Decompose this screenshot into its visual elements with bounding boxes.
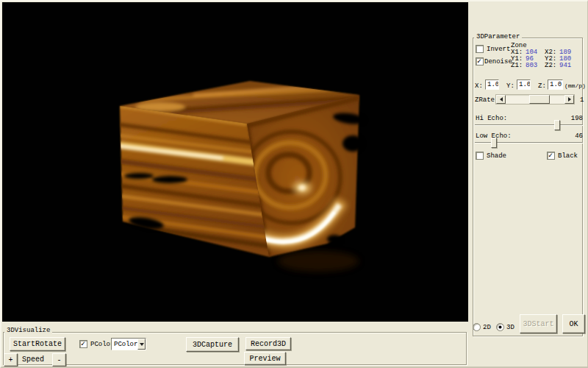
pcolor-checkbox[interactable] [79,340,87,348]
hi-echo-slider-track [475,124,583,126]
shade-checkbox[interactable] [476,152,484,160]
scale-unit-label: (mm/p) [564,82,586,90]
arrow-right-icon [568,97,573,102]
hi-echo-value: 198 [560,115,583,122]
low-echo-slider-thumb[interactable] [491,138,497,148]
radio-3d-label: 3D [506,324,514,331]
pcolor-dropdown[interactable]: PColor [111,338,146,350]
invert-label: Invert [487,46,510,53]
denoise-checkbox[interactable] [476,57,484,66]
radio-2d-label: 2D [483,324,491,331]
zone-z1-value: 803 [526,62,537,69]
zone-z1-label: Z1: [511,62,523,69]
shade-label: Shade [487,152,506,160]
black-checkbox[interactable] [547,152,555,160]
scale-x-input[interactable] [485,79,499,90]
scale-z-label: Z: [538,82,546,90]
zone-z2-value: 941 [559,62,571,69]
scale-y-label: Y: [506,82,514,90]
black-label: Black [558,152,578,160]
capture3d-button[interactable]: 3DCapture [186,337,239,352]
zone-z2-label: Z2: [545,62,556,69]
arrow-left-icon [498,97,503,102]
denoise-label: Denoise [484,58,512,66]
zrate-scrollbar-thumb[interactable] [529,95,550,104]
chevron-down-icon [140,343,144,348]
render-viewport[interactable] [2,2,468,322]
zrate-scrollbar[interactable] [495,94,575,105]
speed-plus-button[interactable]: + [4,353,18,367]
record3d-button[interactable]: Record3D [245,337,291,350]
zrate-scroll-left-button[interactable] [496,95,506,104]
zrate-label: ZRate [475,96,495,104]
hi-echo-slider-thumb[interactable] [554,120,560,130]
render-haze [278,251,359,272]
speed-label: Speed [22,356,44,364]
ultrasound-volume-render [2,2,468,322]
zrate-scroll-right-button[interactable] [564,95,574,104]
pcolor-dropdown-value: PColor [112,341,137,348]
low-echo-slider[interactable] [475,142,583,152]
hi-echo-label: Hi Echo: [476,115,507,122]
scale-y-input[interactable] [517,79,531,90]
start-rotate-button[interactable]: StartRotate [10,337,65,351]
low-echo-value: 46 [560,132,583,140]
zrate-value: 1 [580,96,584,104]
scale-x-label: X: [475,82,483,90]
scale-z-input[interactable] [548,79,563,90]
ok-button[interactable]: OK [562,314,585,333]
start3d-button[interactable]: 3DStart [520,314,557,333]
radio-3d[interactable] [496,323,504,331]
pcolor-dropdown-arrow-button[interactable] [137,339,146,350]
visualize-group-title: 3DVisualize [4,327,52,335]
app-window: 3DParameter Invert Denoise Zone X1: 104 … [0,0,588,368]
radio-2d[interactable] [473,323,481,331]
parameter-group-title: 3DParameter [474,33,522,41]
preview-button[interactable]: Preview [244,352,286,365]
invert-checkbox[interactable] [476,45,484,53]
speed-minus-button[interactable]: - [52,353,66,367]
